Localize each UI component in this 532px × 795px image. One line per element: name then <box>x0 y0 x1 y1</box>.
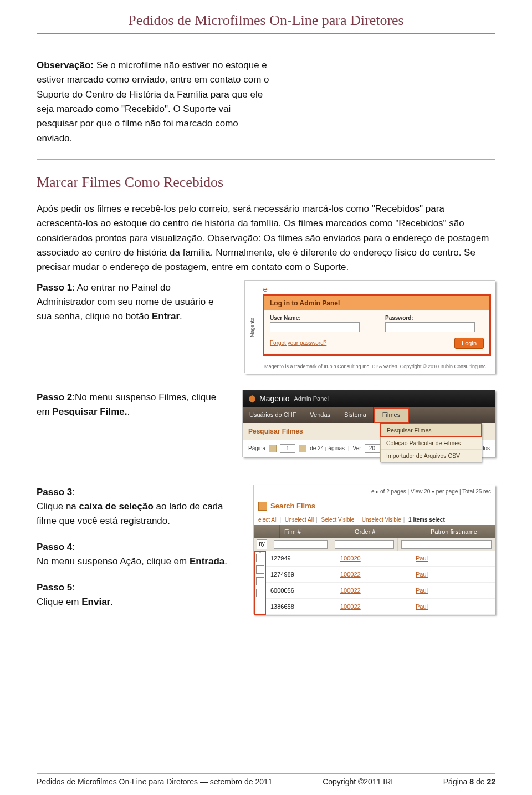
username-label: User Name: <box>270 315 369 321</box>
admin-menu-screenshot: ⬢ Magento Admin Panel Usuários do CHF Ve… <box>243 390 495 457</box>
page-size-input[interactable]: 20 <box>365 444 380 453</box>
menu-vendas[interactable]: Vendas <box>303 407 337 423</box>
order-link[interactable]: 100022 <box>340 603 361 610</box>
footer-rule <box>37 773 495 774</box>
username-input[interactable] <box>270 322 360 332</box>
page-next-icon[interactable] <box>299 445 306 452</box>
admin-header: ⬢ Magento Admin Panel <box>243 390 495 407</box>
step-1-keyword: Entrar <box>152 311 180 322</box>
table-row[interactable]: 1274989 100022 Paul <box>266 567 495 583</box>
intro-paragraph: Observação: Se o microfilme não estiver … <box>37 58 269 146</box>
admin-brand: Magento <box>259 394 289 403</box>
link-select-visible[interactable]: Select Visible <box>321 517 355 523</box>
cell-film: 6000056 <box>266 585 336 596</box>
cell-film: 1274989 <box>266 569 336 580</box>
order-link[interactable]: 100020 <box>340 555 361 562</box>
row-checkbox[interactable] <box>256 577 264 585</box>
step-1-dot: . <box>180 311 182 322</box>
magento-copyright: Magento is a trademark of Irubin Consult… <box>260 364 491 369</box>
page-number-input[interactable]: 1 <box>280 444 295 453</box>
order-link[interactable]: 100022 <box>340 587 361 594</box>
magento-logo-icon: ⬢ <box>248 394 256 404</box>
step-2-dot: . <box>127 406 130 417</box>
menu-usuarios[interactable]: Usuários do CHF <box>243 407 303 423</box>
table-row[interactable]: 127949 100020 Paul <box>266 551 495 567</box>
search-films-screenshot: e ▸ of 2 pages | View 20 ▾ per page | To… <box>254 485 495 615</box>
patron-link[interactable]: Paul <box>416 555 428 562</box>
patron-link[interactable]: Paul <box>416 571 428 578</box>
login-panel-title: Log in to Admin Panel <box>264 296 489 310</box>
menu-sistema[interactable]: Sistema <box>337 407 374 423</box>
items-selected-count: 1 items select <box>408 517 445 523</box>
filter-name-input[interactable] <box>401 540 492 549</box>
step-3-label: Passo 3 <box>37 487 72 497</box>
section-divider <box>37 159 495 160</box>
col-patron-first-name[interactable]: Patron first name <box>426 525 495 538</box>
magento-side-label: Magento <box>249 285 260 369</box>
row-checkbox[interactable] <box>256 554 264 562</box>
section-heading: Marcar Filmes Como Recebidos <box>37 174 495 191</box>
filmes-dropdown: Pesquisar Filmes Coleção Particular de F… <box>380 423 482 462</box>
pagination-label-page: Página <box>248 445 265 451</box>
selection-links: elect All| Unselect All| Select Visible|… <box>254 514 495 525</box>
cell-film: 127949 <box>266 553 336 564</box>
title-rule <box>37 33 495 34</box>
footer-left: Pedidos de Microfilmes On-Line para Dire… <box>37 777 273 786</box>
forgot-password-link[interactable]: Forgot your password? <box>270 340 326 346</box>
step-2-keyword: Pesquisar Filme. <box>52 406 127 417</box>
dropdown-colecao-particular[interactable]: Coleção Particular de Filmes <box>381 437 482 450</box>
section-paragraph: Após pedir os filmes e recebê-los pelo c… <box>37 202 495 275</box>
step-4-body: No menu suspenso Ação, clique em <box>37 556 190 567</box>
password-label: Password: <box>385 315 484 321</box>
login-button[interactable]: Login <box>454 338 484 349</box>
step-3-text: Passo 3: Clique na caixa de seleção ao l… <box>37 485 227 529</box>
checkbox-highlight <box>254 551 266 615</box>
step-1-text: Passo 1: Ao entrar no Painel do Administ… <box>37 281 227 324</box>
magento-icon: ⊕ <box>260 285 491 294</box>
step-2-text: Passo 2:No menu suspenso Filmes, clique … <box>37 390 227 420</box>
password-input[interactable] <box>385 322 475 332</box>
step-5-label: Passo 5 <box>37 582 72 593</box>
dropdown-pesquisar-filmes[interactable]: Pesquisar Filmes <box>380 423 482 437</box>
step-4-label: Passo 4 <box>37 542 72 552</box>
link-unselect-all[interactable]: Unselect All <box>285 517 314 523</box>
pagination-sep: | <box>348 445 350 451</box>
row-checkbox[interactable] <box>256 589 264 597</box>
col-order[interactable]: Order # <box>350 525 426 538</box>
intro-bold: Observação: <box>37 60 94 70</box>
filter-film-input[interactable] <box>274 540 328 549</box>
step-4-keyword: Entrada <box>190 556 224 567</box>
table-row[interactable]: 6000056 100022 Paul <box>266 583 495 599</box>
login-panel: Log in to Admin Panel User Name: Passwor… <box>263 294 491 356</box>
page-footer: Pedidos de Microfilmes On-Line para Dire… <box>37 773 495 786</box>
dropdown-importador-csv[interactable]: Importador de Arquivos CSV <box>381 450 482 462</box>
menu-filmes[interactable]: Filmes <box>374 407 409 423</box>
patron-link[interactable]: Paul <box>416 603 428 610</box>
step-1-label: Passo 1 <box>37 282 72 293</box>
filter-order-input[interactable] <box>335 540 394 549</box>
table-filter-row: ny ▾ <box>254 538 495 551</box>
page-prev-icon[interactable] <box>269 445 277 452</box>
search-films-header: Search Films <box>254 498 495 514</box>
step-3-keyword: caixa de seleção <box>79 501 154 512</box>
step-5-body: Clique em <box>37 597 81 607</box>
footer-page-number: Página 8 de 22 <box>443 777 495 786</box>
link-select-all[interactable]: elect All <box>258 517 277 523</box>
login-screenshot: Magento ⊕ Log in to Admin Panel User Nam… <box>245 281 495 374</box>
pagination-of-pages: de 24 páginas <box>310 445 345 451</box>
row-checkbox[interactable] <box>256 565 264 574</box>
step-5-dot: . <box>110 597 113 607</box>
filter-any-select[interactable]: ny ▾ <box>257 539 267 549</box>
step-4-dot: . <box>224 556 227 567</box>
table-header-row: Film # Order # Patron first name <box>254 525 495 538</box>
link-unselect-visible[interactable]: Unselect Visible <box>362 517 401 523</box>
footer-copyright: Copyright ©2011 IRI <box>323 777 393 786</box>
patron-link[interactable]: Paul <box>416 587 428 594</box>
table-row[interactable]: 1386658 100022 Paul <box>266 599 495 615</box>
pagination-view-label: Ver <box>353 445 361 451</box>
order-link[interactable]: 100022 <box>340 571 361 578</box>
admin-brand-sub: Admin Panel <box>294 395 328 402</box>
intro-text: Se o microfilme não estiver no estoque e… <box>37 60 269 144</box>
box-icon <box>258 502 267 511</box>
col-film[interactable]: Film # <box>280 525 350 538</box>
